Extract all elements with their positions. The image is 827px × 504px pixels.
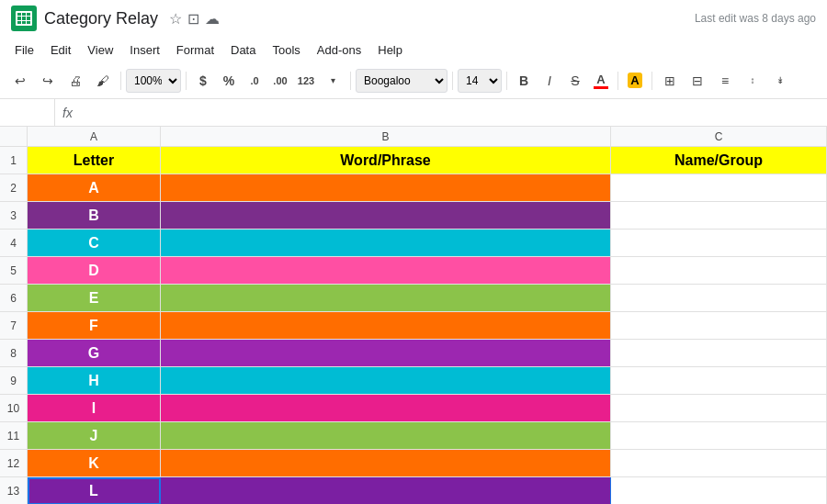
- format-number-button[interactable]: 123: [294, 69, 318, 93]
- menu-view[interactable]: View: [80, 40, 120, 60]
- cell-b-letter[interactable]: B: [28, 202, 161, 230]
- cell-d-word[interactable]: [161, 257, 611, 285]
- row-num-8: 8: [0, 340, 28, 367]
- font-color-bar: [594, 86, 608, 89]
- menu-format[interactable]: Format: [169, 40, 221, 60]
- formula-input[interactable]: [80, 106, 827, 119]
- cell-e-name[interactable]: [611, 285, 827, 312]
- cell-e-word[interactable]: [161, 285, 611, 312]
- cell-e-letter[interactable]: E: [28, 285, 161, 312]
- row-num-10: 10: [0, 395, 28, 422]
- cell-j-word[interactable]: [161, 422, 611, 450]
- menu-edit[interactable]: Edit: [43, 40, 78, 60]
- cell-a-letter[interactable]: A: [28, 174, 161, 202]
- decimal-less-button[interactable]: .0: [243, 69, 266, 93]
- last-edit-status: Last edit was 8 days ago: [695, 12, 816, 25]
- format-number-arrow[interactable]: ▾: [320, 68, 346, 94]
- cell-a-name[interactable]: [611, 174, 827, 202]
- cell-b-word[interactable]: [161, 202, 611, 230]
- paint-format-button[interactable]: 🖌: [90, 68, 116, 94]
- italic-button[interactable]: I: [538, 69, 561, 93]
- cell-c-name[interactable]: [611, 230, 827, 257]
- currency-button[interactable]: $: [191, 69, 215, 93]
- cell-l-letter[interactable]: L: [28, 477, 161, 504]
- menu-data[interactable]: Data: [223, 40, 263, 60]
- menu-help[interactable]: Help: [370, 40, 410, 60]
- undo-button[interactable]: ↩: [7, 68, 33, 94]
- cell-h-letter[interactable]: H: [28, 367, 161, 395]
- bold-button[interactable]: B: [512, 69, 536, 93]
- star-icon[interactable]: ☆: [169, 10, 182, 28]
- header-name-cell[interactable]: Name/Group: [611, 147, 827, 174]
- cell-reference-box[interactable]: [0, 99, 55, 126]
- cell-h-name[interactable]: [611, 367, 827, 395]
- cell-f-name[interactable]: [611, 312, 827, 340]
- cell-d-letter[interactable]: D: [28, 257, 161, 285]
- strikethrough-button[interactable]: S: [563, 69, 587, 93]
- row-num-9: 9: [0, 367, 28, 395]
- cell-g-name[interactable]: [611, 340, 827, 367]
- menu-file[interactable]: File: [7, 40, 41, 60]
- menu-addons[interactable]: Add-ons: [310, 40, 368, 60]
- font-color-button[interactable]: A: [589, 69, 613, 93]
- cell-l-name[interactable]: [611, 477, 827, 504]
- merge-button[interactable]: ⊟: [685, 68, 710, 94]
- header-letter-cell[interactable]: Letter: [28, 147, 161, 174]
- row-num-5: 5: [0, 257, 28, 285]
- header-word-cell[interactable]: Word/Phrase: [161, 147, 611, 174]
- cell-g-letter[interactable]: G: [28, 340, 161, 367]
- cell-j-letter[interactable]: J: [28, 422, 161, 450]
- cell-k-letter[interactable]: K: [28, 450, 161, 477]
- cell-l-word[interactable]: [161, 477, 611, 504]
- font-select[interactable]: Boogaloo: [356, 69, 447, 93]
- cell-i-name[interactable]: [611, 395, 827, 422]
- percent-button[interactable]: %: [217, 69, 241, 93]
- zoom-select[interactable]: 100%: [126, 69, 181, 93]
- row-num-6: 6: [0, 285, 28, 312]
- sheet-grid: A B C 1 Letter Word/Phrase Name/Group 2 …: [0, 127, 827, 504]
- title-icons: ☆ ⊡ ☁: [169, 10, 220, 28]
- cell-i-word[interactable]: [161, 395, 611, 422]
- cloud-icon[interactable]: ☁: [205, 10, 220, 28]
- textwrap-button[interactable]: ↡: [767, 68, 793, 94]
- col-header-a[interactable]: A: [28, 127, 161, 147]
- col-header-b[interactable]: B: [161, 127, 611, 147]
- cell-a-word[interactable]: [161, 174, 611, 202]
- print-button[interactable]: 🖨: [62, 68, 88, 94]
- separator-1: [120, 72, 121, 90]
- cell-f-letter[interactable]: F: [28, 312, 161, 340]
- align-button[interactable]: ≡: [712, 68, 738, 94]
- cell-h-word[interactable]: [161, 367, 611, 395]
- valign-button[interactable]: ↕: [740, 68, 765, 94]
- cell-b-name[interactable]: [611, 202, 827, 230]
- separator-4: [452, 72, 453, 90]
- col-header-c[interactable]: C: [611, 127, 827, 147]
- cell-d-name[interactable]: [611, 257, 827, 285]
- menu-tools[interactable]: Tools: [265, 40, 307, 60]
- row-num-12: 12: [0, 450, 28, 477]
- document-title: Category Relay: [44, 9, 158, 28]
- row-num-2: 2: [0, 174, 28, 202]
- highlight-label: A: [628, 73, 641, 88]
- row-num-3: 3: [0, 202, 28, 230]
- fx-icon: fx: [55, 106, 80, 120]
- decimal-more-button[interactable]: .00: [268, 69, 292, 93]
- row-num-13: 13: [0, 477, 28, 504]
- menu-insert[interactable]: Insert: [122, 40, 167, 60]
- highlight-color-button[interactable]: A: [623, 69, 647, 93]
- borders-button[interactable]: ⊞: [657, 68, 683, 94]
- font-size-select[interactable]: 14: [458, 69, 502, 93]
- cell-g-word[interactable]: [161, 340, 611, 367]
- cell-c-word[interactable]: [161, 230, 611, 257]
- cell-i-letter[interactable]: I: [28, 395, 161, 422]
- redo-button[interactable]: ↪: [35, 68, 61, 94]
- separator-2: [186, 72, 187, 90]
- cell-f-word[interactable]: [161, 312, 611, 340]
- cell-k-word[interactable]: [161, 450, 611, 477]
- menu-bar: File Edit View Insert Format Data Tools …: [0, 37, 827, 62]
- cell-c-letter[interactable]: C: [28, 230, 161, 257]
- cell-k-name[interactable]: [611, 450, 827, 477]
- row-num-11: 11: [0, 422, 28, 450]
- folder-icon[interactable]: ⊡: [187, 10, 199, 28]
- cell-j-name[interactable]: [611, 422, 827, 450]
